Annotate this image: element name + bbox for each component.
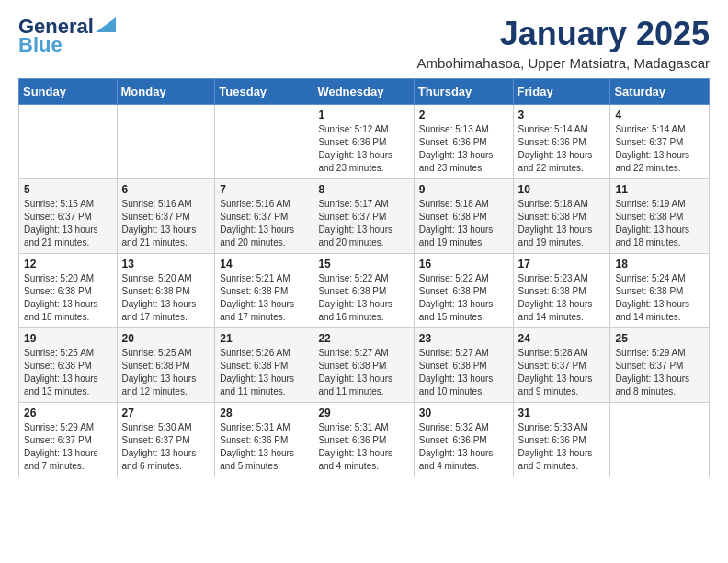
logo: General Blue: [18, 15, 116, 57]
calendar-cell: 9Sunrise: 5:18 AM Sunset: 6:38 PM Daylig…: [414, 179, 513, 254]
calendar: SundayMondayTuesdayWednesdayThursdayFrid…: [18, 78, 710, 477]
day-info: Sunrise: 5:25 AM Sunset: 6:38 PM Dayligh…: [122, 347, 210, 398]
day-number: 26: [24, 407, 112, 419]
calendar-cell: 23Sunrise: 5:27 AM Sunset: 6:38 PM Dayli…: [414, 328, 513, 403]
calendar-cell: 13Sunrise: 5:20 AM Sunset: 6:38 PM Dayli…: [117, 254, 215, 328]
day-header-saturday: Saturday: [610, 79, 710, 105]
day-info: Sunrise: 5:17 AM Sunset: 6:37 PM Dayligh…: [318, 198, 408, 249]
day-info: Sunrise: 5:16 AM Sunset: 6:37 PM Dayligh…: [122, 198, 210, 249]
day-number: 22: [318, 332, 408, 345]
week-row-0: 1Sunrise: 5:12 AM Sunset: 6:36 PM Daylig…: [19, 105, 710, 179]
week-row-3: 19Sunrise: 5:25 AM Sunset: 6:38 PM Dayli…: [19, 328, 710, 403]
calendar-cell: 2Sunrise: 5:13 AM Sunset: 6:36 PM Daylig…: [414, 105, 513, 179]
day-number: 30: [419, 407, 508, 419]
day-number: 6: [122, 183, 210, 196]
day-number: 25: [615, 332, 704, 345]
day-number: 12: [24, 258, 112, 270]
svg-marker-0: [96, 17, 116, 32]
week-row-1: 5Sunrise: 5:15 AM Sunset: 6:37 PM Daylig…: [19, 179, 710, 254]
day-header-monday: Monday: [117, 79, 215, 105]
day-number: 18: [615, 258, 704, 270]
day-info: Sunrise: 5:20 AM Sunset: 6:38 PM Dayligh…: [24, 272, 112, 324]
calendar-cell: 12Sunrise: 5:20 AM Sunset: 6:38 PM Dayli…: [19, 254, 118, 328]
title-block: January 2025 Ambohimahasoa, Upper Matsia…: [417, 15, 711, 71]
logo-bird-icon: [96, 17, 116, 32]
day-number: 9: [419, 183, 508, 196]
day-number: 20: [122, 332, 210, 345]
calendar-cell: 4Sunrise: 5:14 AM Sunset: 6:37 PM Daylig…: [610, 105, 710, 179]
calendar-cell: 3Sunrise: 5:14 AM Sunset: 6:36 PM Daylig…: [513, 105, 610, 179]
day-header-wednesday: Wednesday: [313, 79, 414, 105]
calendar-cell: 22Sunrise: 5:27 AM Sunset: 6:38 PM Dayli…: [313, 328, 414, 403]
day-number: 10: [518, 183, 606, 196]
day-number: 17: [518, 258, 606, 270]
day-number: 2: [419, 109, 508, 121]
calendar-cell: [215, 105, 313, 179]
month-title: January 2025: [417, 15, 711, 53]
header: General Blue January 2025 Ambohimahasoa,…: [18, 15, 710, 71]
day-info: Sunrise: 5:16 AM Sunset: 6:37 PM Dayligh…: [220, 198, 308, 249]
calendar-cell: [610, 403, 710, 477]
location: Ambohimahasoa, Upper Matsiatra, Madagasc…: [417, 55, 711, 71]
calendar-cell: 27Sunrise: 5:30 AM Sunset: 6:37 PM Dayli…: [117, 403, 215, 477]
day-info: Sunrise: 5:14 AM Sunset: 6:36 PM Dayligh…: [518, 123, 606, 175]
day-number: 21: [220, 332, 308, 345]
day-info: Sunrise: 5:14 AM Sunset: 6:37 PM Dayligh…: [615, 123, 704, 175]
day-info: Sunrise: 5:12 AM Sunset: 6:36 PM Dayligh…: [318, 123, 408, 175]
calendar-cell: 14Sunrise: 5:21 AM Sunset: 6:38 PM Dayli…: [215, 254, 313, 328]
calendar-cell: 18Sunrise: 5:24 AM Sunset: 6:38 PM Dayli…: [610, 254, 710, 328]
day-info: Sunrise: 5:29 AM Sunset: 6:37 PM Dayligh…: [615, 347, 704, 398]
day-number: 3: [518, 109, 606, 121]
day-info: Sunrise: 5:15 AM Sunset: 6:37 PM Dayligh…: [24, 198, 112, 249]
day-info: Sunrise: 5:31 AM Sunset: 6:36 PM Dayligh…: [318, 421, 408, 473]
day-number: 8: [318, 183, 408, 196]
day-number: 28: [220, 407, 308, 419]
calendar-cell: 8Sunrise: 5:17 AM Sunset: 6:37 PM Daylig…: [313, 179, 414, 254]
day-number: 4: [615, 109, 704, 121]
day-info: Sunrise: 5:31 AM Sunset: 6:36 PM Dayligh…: [220, 421, 308, 473]
calendar-header-row: SundayMondayTuesdayWednesdayThursdayFrid…: [19, 79, 710, 105]
calendar-cell: 6Sunrise: 5:16 AM Sunset: 6:37 PM Daylig…: [117, 179, 215, 254]
calendar-cell: 29Sunrise: 5:31 AM Sunset: 6:36 PM Dayli…: [313, 403, 414, 477]
day-info: Sunrise: 5:18 AM Sunset: 6:38 PM Dayligh…: [518, 198, 606, 249]
calendar-cell: 17Sunrise: 5:23 AM Sunset: 6:38 PM Dayli…: [513, 254, 610, 328]
calendar-cell: 31Sunrise: 5:33 AM Sunset: 6:36 PM Dayli…: [513, 403, 610, 477]
calendar-cell: 16Sunrise: 5:22 AM Sunset: 6:38 PM Dayli…: [414, 254, 513, 328]
day-number: 24: [518, 332, 606, 345]
day-number: 14: [220, 258, 308, 270]
day-number: 23: [419, 332, 508, 345]
week-row-4: 26Sunrise: 5:29 AM Sunset: 6:37 PM Dayli…: [19, 403, 710, 477]
day-info: Sunrise: 5:26 AM Sunset: 6:38 PM Dayligh…: [220, 347, 308, 398]
calendar-cell: 25Sunrise: 5:29 AM Sunset: 6:37 PM Dayli…: [610, 328, 710, 403]
calendar-cell: 20Sunrise: 5:25 AM Sunset: 6:38 PM Dayli…: [117, 328, 215, 403]
day-info: Sunrise: 5:13 AM Sunset: 6:36 PM Dayligh…: [419, 123, 508, 175]
day-number: 7: [220, 183, 308, 196]
page: General Blue January 2025 Ambohimahasoa,…: [0, 0, 728, 492]
calendar-cell: 15Sunrise: 5:22 AM Sunset: 6:38 PM Dayli…: [313, 254, 414, 328]
day-number: 13: [122, 258, 210, 270]
day-info: Sunrise: 5:23 AM Sunset: 6:38 PM Dayligh…: [518, 272, 606, 324]
day-info: Sunrise: 5:32 AM Sunset: 6:36 PM Dayligh…: [419, 421, 508, 473]
day-header-sunday: Sunday: [19, 79, 118, 105]
day-info: Sunrise: 5:27 AM Sunset: 6:38 PM Dayligh…: [419, 347, 508, 398]
day-info: Sunrise: 5:27 AM Sunset: 6:38 PM Dayligh…: [318, 347, 408, 398]
calendar-cell: 28Sunrise: 5:31 AM Sunset: 6:36 PM Dayli…: [215, 403, 313, 477]
day-info: Sunrise: 5:33 AM Sunset: 6:36 PM Dayligh…: [518, 421, 606, 473]
day-header-tuesday: Tuesday: [215, 79, 313, 105]
day-info: Sunrise: 5:22 AM Sunset: 6:38 PM Dayligh…: [419, 272, 508, 324]
day-number: 19: [24, 332, 112, 345]
week-row-2: 12Sunrise: 5:20 AM Sunset: 6:38 PM Dayli…: [19, 254, 710, 328]
day-info: Sunrise: 5:29 AM Sunset: 6:37 PM Dayligh…: [24, 421, 112, 473]
day-header-thursday: Thursday: [414, 79, 513, 105]
day-info: Sunrise: 5:22 AM Sunset: 6:38 PM Dayligh…: [318, 272, 408, 324]
calendar-cell: 10Sunrise: 5:18 AM Sunset: 6:38 PM Dayli…: [513, 179, 610, 254]
day-number: 29: [318, 407, 408, 419]
day-info: Sunrise: 5:20 AM Sunset: 6:38 PM Dayligh…: [122, 272, 210, 324]
calendar-cell: 21Sunrise: 5:26 AM Sunset: 6:38 PM Dayli…: [215, 328, 313, 403]
calendar-cell: 26Sunrise: 5:29 AM Sunset: 6:37 PM Dayli…: [19, 403, 118, 477]
day-number: 5: [24, 183, 112, 196]
logo-blue: Blue: [18, 33, 63, 57]
calendar-cell: [19, 105, 118, 179]
day-info: Sunrise: 5:28 AM Sunset: 6:37 PM Dayligh…: [518, 347, 606, 398]
day-number: 1: [318, 109, 408, 121]
